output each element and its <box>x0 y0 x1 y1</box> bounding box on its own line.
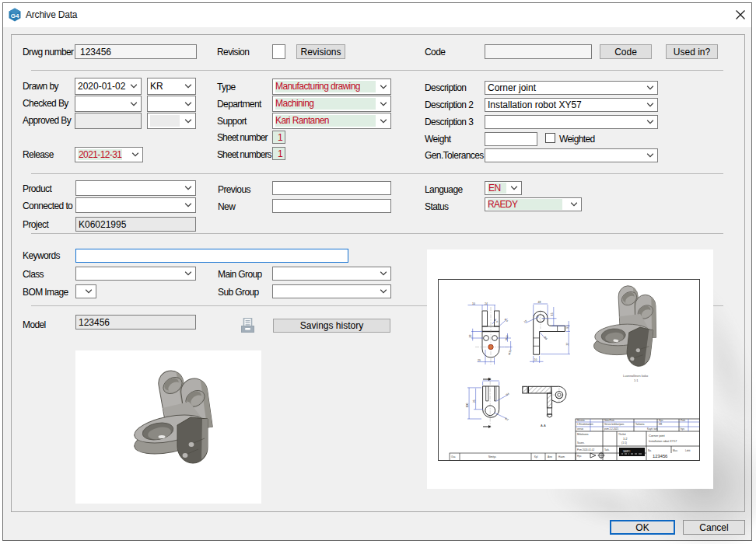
svg-text:Lehti: Lehti <box>685 449 691 452</box>
svg-text:Luonnollinen koko: Luonnollinen koko <box>623 374 649 378</box>
svg-text:(1:1): (1:1) <box>621 441 627 445</box>
svg-text:1:2: 1:2 <box>623 437 628 441</box>
svg-text:48: 48 <box>538 301 541 304</box>
svg-text:Tark.: Tark. <box>604 448 610 452</box>
svg-text:Osa: Osa <box>451 455 456 459</box>
svg-text:Corner joint: Corner joint <box>649 434 666 438</box>
svg-text:29: 29 <box>478 359 481 362</box>
svg-text:No.: No. <box>648 449 652 452</box>
svg-text:35: 35 <box>473 399 476 403</box>
svg-text:9.5: 9.5 <box>566 325 569 329</box>
svg-text:Huom: Huom <box>558 455 565 459</box>
svg-text:Nimi/Pvm: Nimi/Pvm <box>604 419 614 422</box>
svg-text:10: 10 <box>534 358 537 361</box>
svg-text:versio: versio <box>577 427 583 431</box>
svg-text:G4: G4 <box>11 12 19 19</box>
svg-text:Pvm: Pvm <box>681 419 686 422</box>
svg-text:Installation robot XY57: Installation robot XY57 <box>649 440 677 443</box>
svg-text:10: 10 <box>472 302 475 305</box>
svg-text:15: 15 <box>551 312 554 316</box>
svg-text:Hyv.: Hyv. <box>659 419 663 422</box>
svg-text:Muutos: Muutos <box>577 419 585 422</box>
svg-text:123456: 123456 <box>653 454 667 459</box>
svg-text:Nimitys: Nimitys <box>488 455 496 459</box>
svg-text:Yksikot: Yksikot <box>618 433 626 436</box>
svg-text:24: 24 <box>485 302 488 305</box>
svg-text:Muu: Muu <box>673 449 677 452</box>
svg-text:Mittakaava: Mittakaava <box>577 433 589 436</box>
svg-text:pvm 2.2.2021: pvm 2.2.2021 <box>604 427 619 431</box>
svg-text:Kaytt. tark: Kaytt. tark <box>647 427 658 431</box>
svg-text:1:1: 1:1 <box>634 378 639 382</box>
svg-text:Versio teekkarijaos: Versio teekkarijaos <box>604 423 625 426</box>
svg-text:100: 100 <box>466 403 469 407</box>
svg-text:Aine: Aine <box>548 455 552 459</box>
svg-text:hyv.: hyv. <box>681 427 684 431</box>
svg-text:Suunn.: Suunn. <box>577 441 585 445</box>
svg-text:SAMPO: SAMPO <box>623 450 630 453</box>
svg-text:Hyv.: Hyv. <box>577 455 582 458</box>
svg-text:77: 77 <box>566 343 569 346</box>
svg-text:A-A: A-A <box>541 424 546 427</box>
svg-text:Kpl: Kpl <box>534 455 538 459</box>
svg-text:Tarkasta: Tarkasta <box>635 423 645 426</box>
svg-text:28: 28 <box>469 335 472 338</box>
svg-text:1 Ensimmainen: 1 Ensimmainen <box>577 423 593 426</box>
svg-text:Pvm 2020-01-02: Pvm 2020-01-02 <box>577 448 595 452</box>
